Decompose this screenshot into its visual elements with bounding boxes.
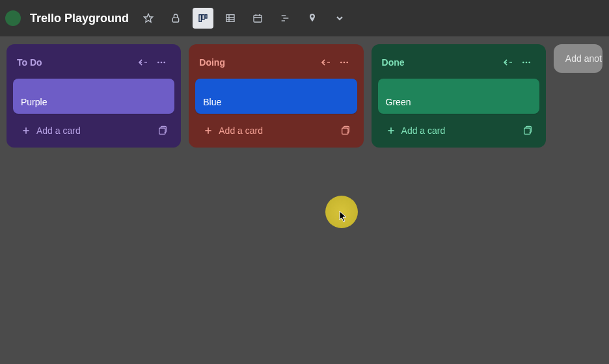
board-view-button[interactable] [193,8,213,29]
add-card-button[interactable]: Add a card [16,122,154,140]
collapse-list-button[interactable] [317,53,335,72]
svg-rect-21 [159,128,165,134]
template-button[interactable] [336,122,355,140]
list-title[interactable]: To Do [17,57,134,68]
svg-point-16 [157,62,159,64]
table-view-button[interactable] [220,8,241,29]
table-icon [225,13,236,23]
collapse-list-button[interactable] [134,53,152,72]
list-title[interactable]: Done [382,57,499,68]
lock-icon [170,13,181,23]
calendar-icon [252,13,263,23]
timeline-view-button[interactable] [275,8,295,29]
svg-point-30 [528,62,530,64]
card-title: Purple [21,97,47,107]
svg-point-22 [340,62,342,64]
card[interactable]: Blue [195,79,357,114]
list-header: Done [378,51,539,77]
card[interactable]: Green [378,79,539,114]
svg-point-24 [346,62,348,64]
visibility-button[interactable] [165,8,186,29]
board-title[interactable]: Trello Playground [25,12,134,25]
svg-point-23 [343,62,345,64]
board-header: Trello Playground [0,0,609,36]
list-header: Doing [195,51,357,77]
list-menu-button[interactable] [152,53,170,72]
card-title: Green [386,97,411,107]
svg-point-28 [522,62,524,64]
svg-rect-5 [226,15,234,22]
list-title[interactable]: Doing [199,57,316,68]
add-card-button[interactable]: Add a card [381,122,519,140]
svg-point-17 [161,62,163,64]
map-view-button[interactable] [302,8,323,29]
template-icon [157,125,168,136]
chevron-down-icon [334,13,345,23]
add-card-label: Add a card [36,125,81,136]
svg-rect-4 [205,15,207,18]
list-todo: To Do Purple Add a card [7,44,181,148]
cursor-icon [339,211,348,222]
add-card-label: Add a card [219,125,263,136]
more-views-button[interactable] [329,8,350,29]
list-menu-button[interactable] [335,53,353,72]
list-done: Done Green Add a card [372,44,546,148]
add-card-label: Add a card [401,125,446,136]
dots-icon [156,57,167,68]
collapse-icon [321,57,331,68]
svg-rect-2 [199,15,201,22]
timeline-icon [280,13,290,23]
list-footer: Add a card [13,118,174,141]
dots-icon [521,57,532,68]
collapse-icon [503,57,513,68]
svg-point-18 [164,62,166,64]
svg-marker-0 [144,14,152,22]
svg-rect-27 [342,128,347,134]
list-footer: Add a card [195,118,357,141]
add-list-label: Add another list [565,53,602,64]
dots-icon [339,57,349,68]
template-button[interactable] [519,122,537,140]
list-doing: Doing Blue Add a card [189,44,363,148]
plus-icon [203,125,213,136]
svg-rect-33 [524,128,530,134]
cursor-highlight [325,196,358,228]
plus-icon [21,125,31,136]
svg-rect-9 [254,15,262,22]
list-header: To Do [13,51,174,77]
add-list-button[interactable]: Add another list [554,44,602,73]
star-icon [143,13,154,23]
list-menu-button[interactable] [517,53,535,72]
board-canvas[interactable]: To Do Purple Add a card Doing [0,36,609,155]
svg-rect-1 [172,18,178,22]
card-title: Blue [203,97,221,107]
collapse-list-button[interactable] [499,53,517,72]
list-footer: Add a card [378,118,539,141]
card[interactable]: Purple [13,79,174,114]
add-card-button[interactable]: Add a card [198,122,336,140]
template-icon [522,125,533,136]
svg-rect-3 [202,15,204,20]
svg-point-29 [526,62,528,64]
board-icon [198,13,208,23]
calendar-view-button[interactable] [247,8,268,29]
map-pin-icon [307,13,318,23]
plus-icon [386,125,396,136]
workspace-logo[interactable] [5,10,21,26]
template-icon [340,125,351,136]
collapse-icon [138,57,148,68]
template-button[interactable] [154,122,172,140]
star-button[interactable] [138,8,159,29]
